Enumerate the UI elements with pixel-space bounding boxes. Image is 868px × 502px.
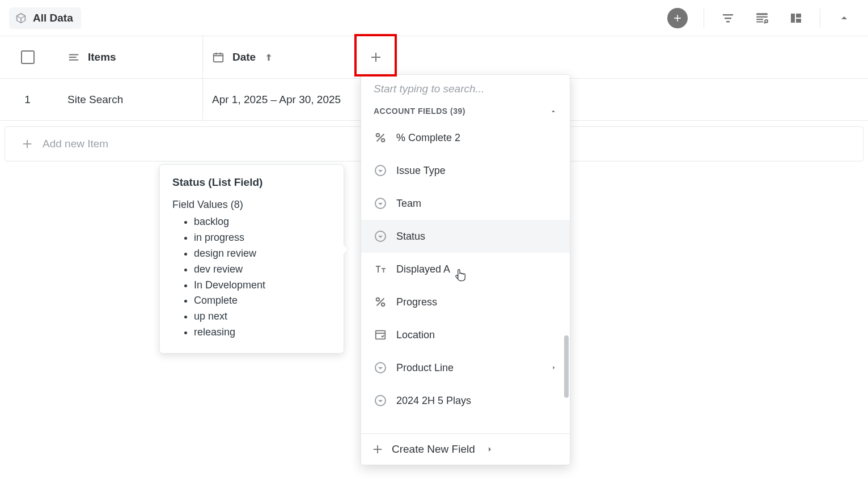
dropdown-item-label: 2024 2H 5 Plays	[396, 395, 471, 407]
tooltip-values-list: backlogin progressdesign reviewdev revie…	[172, 214, 331, 341]
add-column-button[interactable]	[354, 36, 396, 78]
circle-arrow-icon	[374, 164, 387, 177]
chevron-right-icon	[485, 445, 494, 454]
add-new-item-placeholder: Add new Item	[43, 138, 108, 150]
dropdown-search	[361, 75, 570, 101]
row-date: Apr 1, 2025 – Apr 30, 2025	[202, 79, 354, 120]
checkbox-list-icon	[374, 328, 387, 342]
tooltip-subtitle: Field Values (8)	[172, 199, 331, 211]
chevron-up-icon	[549, 107, 557, 115]
dropdown-section-header[interactable]: ACCOUNT FIELDS (39)	[361, 101, 570, 121]
percent-icon	[374, 295, 387, 309]
dropdown-item-label: Issue Type	[396, 165, 446, 177]
grid-header: Items Date	[0, 36, 868, 79]
add-column-dropdown: ACCOUNT FIELDS (39) % Complete 2Issue Ty…	[361, 74, 570, 465]
tooltip-value-item: Complete	[194, 293, 331, 309]
filter-button[interactable]	[713, 7, 743, 29]
browser-link-icon	[755, 11, 769, 25]
data-filter-chip[interactable]: All Data	[9, 7, 81, 29]
create-new-field-label: Create New Field	[392, 443, 475, 456]
tooltip-value-item: in progress	[194, 230, 331, 246]
text-lines-icon	[67, 51, 80, 63]
dropdown-item[interactable]: Status	[361, 220, 570, 253]
column-header-items[interactable]: Items	[55, 36, 202, 78]
tooltip-value-item: In Development	[194, 278, 331, 293]
plus-icon	[21, 138, 33, 150]
separator	[704, 8, 704, 28]
checkbox-icon	[21, 50, 35, 64]
dropdown-item-label: Progress	[396, 296, 437, 308]
svg-point-0	[765, 20, 768, 23]
dropdown-item[interactable]: Product Line	[361, 351, 570, 384]
dropdown-list: % Complete 2Issue TypeTeamStatusDisplaye…	[361, 121, 570, 433]
svg-point-7	[376, 298, 380, 301]
dropdown-section-label: ACCOUNT FIELDS (39)	[374, 107, 465, 116]
calendar-icon	[212, 51, 225, 63]
dropdown-item[interactable]: % Complete 2	[361, 121, 570, 154]
circle-arrow-icon	[374, 394, 387, 407]
scrollbar-thumb[interactable]	[564, 335, 569, 398]
tooltip-value-item: up next	[194, 309, 331, 325]
percent-icon	[374, 131, 387, 144]
dropdown-search-input[interactable]	[374, 83, 557, 95]
tooltip-title: Status (List Field)	[172, 176, 331, 189]
svg-point-8	[382, 303, 385, 307]
plus-icon	[672, 12, 683, 24]
top-bar: All Data	[0, 0, 868, 36]
svg-point-2	[376, 134, 380, 137]
row-item-name: Site Search	[55, 93, 202, 106]
circle-arrow-icon	[374, 361, 387, 375]
svg-rect-1	[214, 54, 223, 62]
dropdown-item[interactable]: 2024 2H 5 Plays	[361, 384, 570, 417]
tooltip-value-item: releasing	[194, 325, 331, 341]
svg-rect-9	[376, 331, 386, 339]
assign-view-button[interactable]	[747, 7, 777, 29]
add-button[interactable]	[667, 8, 688, 28]
chevron-up-icon	[837, 11, 851, 25]
plus-icon	[369, 50, 383, 64]
layout-icon	[789, 11, 803, 25]
dropdown-item-label: Product Line	[396, 362, 454, 374]
dropdown-item[interactable]: Team	[361, 187, 570, 220]
column-date-label: Date	[232, 51, 256, 63]
create-new-field-button[interactable]: Create New Field	[361, 433, 570, 465]
collapse-button[interactable]	[829, 7, 859, 29]
dropdown-item-label: Team	[396, 198, 421, 210]
text-icon	[374, 262, 387, 276]
cube-icon	[15, 12, 27, 24]
layout-button[interactable]	[781, 7, 811, 29]
row-number: 1	[0, 93, 55, 106]
dropdown-item[interactable]: Displayed A	[361, 253, 570, 286]
column-header-date[interactable]: Date	[202, 36, 354, 78]
field-tooltip: Status (List Field) Field Values (8) bac…	[159, 164, 344, 354]
column-items-label: Items	[88, 51, 116, 63]
chevron-right-icon	[551, 362, 557, 374]
dropdown-item[interactable]: Issue Type	[361, 154, 570, 187]
dropdown-item-label: % Complete 2	[396, 132, 460, 144]
filter-icon	[721, 11, 735, 25]
sort-arrow-up-icon	[264, 52, 274, 62]
separator	[820, 8, 820, 28]
dropdown-item-label: Displayed A	[396, 263, 450, 275]
dropdown-item[interactable]: Location	[361, 318, 570, 351]
tooltip-value-item: backlog	[194, 214, 331, 230]
plus-icon	[371, 443, 384, 456]
svg-point-3	[382, 139, 385, 142]
data-filter-label: All Data	[33, 12, 73, 24]
circle-arrow-icon	[374, 229, 387, 243]
tooltip-value-item: design review	[194, 246, 331, 262]
dropdown-item[interactable]: Progress	[361, 286, 570, 318]
dropdown-item-label: Location	[396, 329, 435, 341]
top-actions	[667, 7, 859, 29]
tooltip-value-item: dev review	[194, 262, 331, 278]
select-all-cell[interactable]	[0, 36, 55, 78]
dropdown-item-label: Status	[396, 231, 425, 243]
circle-arrow-icon	[374, 197, 387, 210]
